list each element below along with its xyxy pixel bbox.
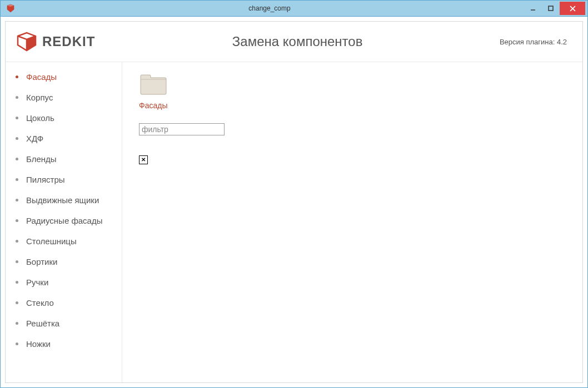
bullet-icon (16, 137, 18, 140)
app-body: REDKIT Замена компонентов Версия плагина… (0, 17, 588, 388)
sidebar-item-label: Бленды (26, 154, 57, 164)
sidebar-item-label: Ручки (26, 278, 48, 287)
version-label: Версия плагина: 4.2 (500, 38, 567, 46)
app-icon (6, 4, 15, 13)
bullet-icon (16, 240, 18, 243)
error-icon[interactable]: ✕ (139, 155, 148, 164)
bullet-icon (16, 178, 18, 181)
logo-text: REDKIT (42, 34, 95, 49)
close-button[interactable] (560, 2, 585, 15)
bullet-icon (16, 158, 18, 160)
bullet-icon (16, 199, 18, 201)
folder-icon (139, 73, 167, 95)
bullet-icon (16, 281, 18, 284)
sidebar-item-label: Выдвижные ящики (26, 195, 99, 205)
bullet-icon (16, 260, 18, 263)
sidebar: ФасадыКорпусЦокольХДФБлендыПилястрыВыдви… (6, 62, 122, 382)
sidebar-item-1[interactable]: Корпус (6, 87, 122, 108)
sidebar-item-label: Бортики (26, 257, 57, 266)
sidebar-item-label: Пилястры (26, 175, 65, 184)
sidebar-item-0[interactable]: Фасады (6, 67, 122, 87)
sidebar-item-3[interactable]: ХДФ (6, 128, 122, 149)
sidebar-item-label: ХДФ (26, 134, 43, 143)
inner-frame: REDKIT Замена компонентов Версия плагина… (5, 21, 583, 383)
sidebar-item-label: Стекло (26, 298, 54, 308)
sidebar-item-label: Радиусные фасады (26, 216, 102, 225)
svg-rect-1 (549, 6, 553, 11)
sidebar-item-label: Фасады (26, 72, 57, 82)
sidebar-item-8[interactable]: Столешницы (6, 231, 122, 251)
bullet-icon (16, 342, 18, 345)
sidebar-item-9[interactable]: Бортики (6, 251, 122, 272)
bullet-icon (16, 219, 18, 222)
main-panel: Фасады ✕ (122, 62, 582, 382)
title-bar: change_comp (0, 0, 588, 17)
sidebar-item-2[interactable]: Цоколь (6, 108, 122, 128)
sidebar-item-label: Решётка (26, 319, 59, 328)
bullet-icon (16, 322, 18, 325)
page-title: Замена компонентов (95, 34, 500, 49)
header: REDKIT Замена компонентов Версия плагина… (6, 22, 582, 62)
minimize-button[interactable] (524, 2, 542, 15)
sidebar-item-label: Ножки (26, 339, 51, 349)
sidebar-item-label: Корпус (26, 93, 53, 102)
sidebar-item-13[interactable]: Ножки (6, 334, 122, 354)
sidebar-item-label: Столешницы (26, 236, 77, 246)
sidebar-item-label: Цоколь (26, 113, 54, 123)
content-area: ФасадыКорпусЦокольХДФБлендыПилястрыВыдви… (6, 62, 582, 382)
bullet-icon (16, 75, 18, 78)
bullet-icon (16, 301, 18, 304)
window-controls (524, 2, 585, 15)
logo: REDKIT (16, 32, 95, 52)
sidebar-item-10[interactable]: Ручки (6, 272, 122, 293)
redkit-logo-icon (16, 32, 38, 52)
sidebar-item-4[interactable]: Бленды (6, 149, 122, 169)
folder-label: Фасады (139, 101, 167, 110)
filter-input[interactable] (139, 123, 225, 135)
sidebar-item-5[interactable]: Пилястры (6, 169, 122, 190)
sidebar-item-6[interactable]: Выдвижные ящики (6, 190, 122, 210)
sidebar-item-12[interactable]: Решётка (6, 313, 122, 334)
window-title: change_comp (15, 4, 524, 12)
maximize-button[interactable] (542, 2, 560, 15)
sidebar-item-11[interactable]: Стекло (6, 293, 122, 313)
bullet-icon (16, 96, 18, 99)
folder-fasady[interactable]: Фасады (139, 73, 167, 110)
bullet-icon (16, 117, 18, 119)
sidebar-item-7[interactable]: Радиусные фасады (6, 210, 122, 231)
